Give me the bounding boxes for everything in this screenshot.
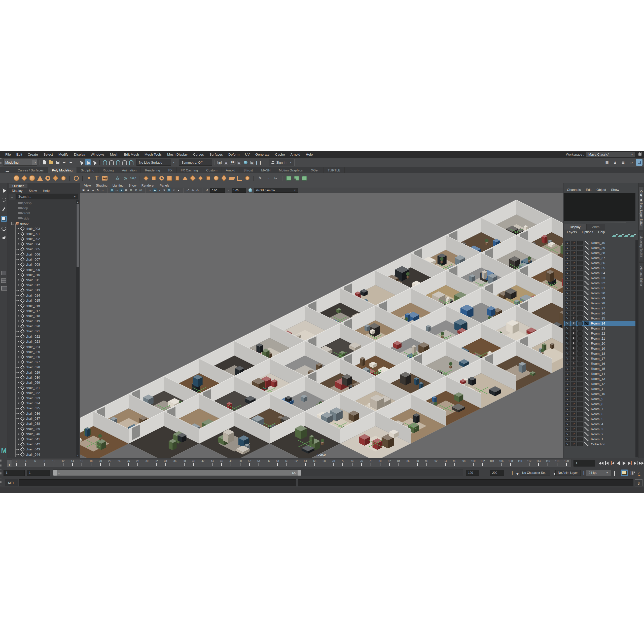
outliner-group-row[interactable]: − group — [8, 221, 76, 226]
image-plane-icon[interactable]: ▱ — [100, 188, 105, 192]
shadows-icon[interactable]: ▨ — [167, 188, 171, 192]
select-tool[interactable] — [1, 187, 7, 193]
layer-row[interactable]: V P Room_29 — [564, 296, 635, 301]
layer-visibility-toggle[interactable]: V — [565, 271, 570, 275]
layer-row[interactable]: V P Room_4 — [564, 421, 635, 426]
layer-color-swatch[interactable] — [584, 316, 589, 320]
outliner-chair-row[interactable]: chair_010 — [8, 272, 76, 277]
combine-button[interactable] — [142, 175, 149, 182]
outliner-chair-row[interactable]: chair_031 — [8, 385, 76, 390]
outliner-chair-row[interactable]: chair_013 — [8, 288, 76, 293]
outliner-chair-row[interactable]: chair_035 — [8, 406, 76, 411]
channel-box-toggle-button[interactable]: ❏ — [636, 159, 642, 166]
frame-tick[interactable]: 90 — [422, 459, 431, 467]
xray-joints-icon[interactable]: ◎ — [195, 188, 200, 192]
rotate-tool[interactable] — [1, 225, 7, 231]
layer-visibility-toggle[interactable]: V — [565, 351, 570, 356]
layer-visibility-toggle[interactable]: V — [565, 412, 570, 416]
layer-row[interactable]: V P Room_34 — [564, 270, 635, 275]
layer-row[interactable]: V P Room_22 — [564, 331, 635, 336]
layer-playback-toggle[interactable]: P — [571, 346, 576, 351]
hypershade-button[interactable] — [243, 159, 249, 165]
frame-tick[interactable]: 104 — [487, 459, 496, 467]
frame-tick[interactable]: 60 — [282, 459, 292, 467]
playback-start-field[interactable]: 1 — [27, 470, 50, 476]
layer-color-swatch[interactable] — [584, 392, 589, 396]
layer-color-swatch[interactable] — [584, 372, 589, 375]
outliner-camera-row[interactable]: front — [8, 211, 76, 216]
layer-display-mode-toggle[interactable] — [577, 276, 583, 280]
play-forward-button[interactable] — [622, 460, 627, 466]
layer-visibility-toggle[interactable]: V — [565, 261, 570, 265]
layer-display-mode-toggle[interactable] — [577, 326, 583, 331]
outliner-chair-row[interactable]: chair_025 — [8, 349, 76, 354]
outliner-chair-row[interactable]: chair_012 — [8, 282, 76, 288]
outliner-toggle-button[interactable]: ▤ — [604, 159, 610, 166]
frame-tick[interactable]: 26 — [124, 459, 133, 467]
layer-visibility-toggle[interactable]: V — [565, 417, 570, 421]
layer-visibility-toggle[interactable]: V — [565, 387, 570, 391]
layer-visibility-toggle[interactable]: V — [565, 442, 570, 446]
layer-color-swatch[interactable] — [584, 382, 589, 385]
shelf-menu-icon[interactable]: ▬ — [6, 169, 9, 172]
layer-visibility-toggle[interactable]: V — [565, 256, 570, 260]
frame-tick[interactable]: 52 — [245, 459, 254, 467]
layer-playback-toggle[interactable]: P — [571, 412, 576, 416]
outliner-scrollbar[interactable]: ▲ ▼ — [76, 200, 79, 457]
layer-color-swatch[interactable] — [584, 427, 589, 431]
menu-item[interactable]: Mesh — [107, 153, 121, 156]
layer-menu-item[interactable]: Help — [596, 230, 607, 234]
frame-tick[interactable]: 108 — [506, 459, 515, 467]
layer-color-swatch[interactable] — [584, 256, 589, 260]
shelf-tab[interactable]: Bifrost — [239, 167, 257, 173]
frame-tick[interactable]: 116 — [543, 459, 553, 467]
frame-tick[interactable]: 98 — [459, 459, 469, 467]
menu-item[interactable]: Deform — [226, 153, 242, 156]
frame-tick[interactable]: 96 — [450, 459, 459, 467]
layer-playback-toggle[interactable]: P — [571, 417, 576, 421]
menu-item[interactable]: Edit Mesh — [121, 153, 142, 156]
layer-display-mode-toggle[interactable] — [577, 422, 583, 426]
shelf-tab[interactable]: Curves / Surfaces — [14, 167, 48, 173]
outliner-chair-row[interactable]: chair_022 — [8, 334, 76, 339]
frame-tick[interactable]: 8 — [40, 459, 49, 467]
menu-item[interactable]: Display — [71, 153, 88, 156]
layer-visibility-toggle[interactable]: V — [565, 251, 570, 255]
layer-playback-toggle[interactable]: P — [571, 407, 576, 411]
shelf-tab[interactable]: XGen — [307, 167, 324, 173]
menu-item[interactable]: Curves — [190, 153, 207, 156]
frame-tick[interactable]: 80 — [375, 459, 385, 467]
safe-title-icon[interactable]: Ⓣ — [138, 188, 143, 192]
exposure-field[interactable]: 0.00 — [210, 188, 225, 193]
bevel-button[interactable] — [189, 175, 196, 182]
layer-color-swatch[interactable] — [584, 281, 589, 285]
layer-visibility-toggle[interactable]: V — [565, 296, 570, 300]
layer-scrollbar[interactable] — [635, 240, 638, 457]
construction-plane-button[interactable]: ⟁ — [114, 175, 121, 182]
layer-row[interactable]: V P Room_20 — [564, 341, 635, 346]
frame-tick[interactable]: 76 — [357, 459, 366, 467]
layer-color-swatch[interactable] — [584, 412, 589, 416]
layer-playback-toggle[interactable]: P — [571, 271, 576, 275]
layer-visibility-toggle[interactable]: V — [565, 422, 570, 426]
render-region-button[interactable]: ▥ — [223, 159, 229, 165]
layer-color-swatch[interactable] — [584, 367, 589, 370]
layer-row[interactable]: V P Room_19 — [564, 346, 635, 351]
drag-handle[interactable] — [0, 158, 2, 167]
outliner-chair-row[interactable]: chair_003 — [8, 226, 76, 231]
viewport-3d-area[interactable]: persp — [80, 193, 563, 458]
frame-tick[interactable]: 10 — [49, 459, 58, 467]
field-chart-icon[interactable]: ▥ — [129, 188, 133, 192]
move-layer-up-icon[interactable] — [612, 235, 617, 237]
layer-display-mode-toggle[interactable] — [577, 417, 583, 421]
layer-row[interactable]: V P Room_1 — [564, 437, 635, 442]
select-hierarchy-button[interactable] — [78, 159, 84, 165]
svg-tool-button[interactable]: svg — [101, 175, 108, 182]
layer-color-swatch[interactable] — [584, 442, 589, 446]
frame-tick[interactable]: 94 — [441, 459, 450, 467]
outliner-title[interactable]: Outliner — [9, 184, 27, 188]
layer-visibility-toggle[interactable]: V — [565, 372, 570, 376]
go-to-end-button[interactable] — [639, 460, 644, 466]
outliner-chair-row[interactable]: chair_029 — [8, 370, 76, 375]
frame-tick[interactable]: 88 — [413, 459, 422, 467]
